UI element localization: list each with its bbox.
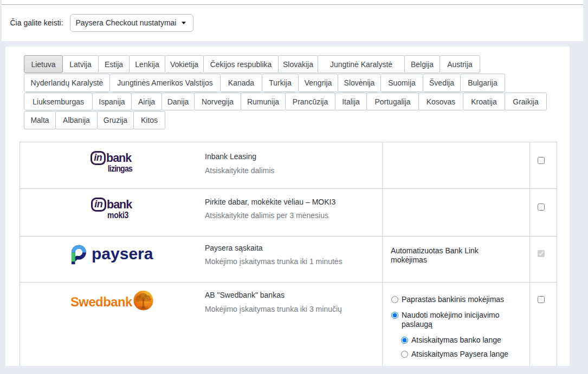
svg-text:Swedbank: Swedbank xyxy=(71,294,133,309)
svg-text:paysera: paysera xyxy=(92,245,153,263)
svg-text:SINCE 1820: SINCE 1820 xyxy=(139,306,148,309)
